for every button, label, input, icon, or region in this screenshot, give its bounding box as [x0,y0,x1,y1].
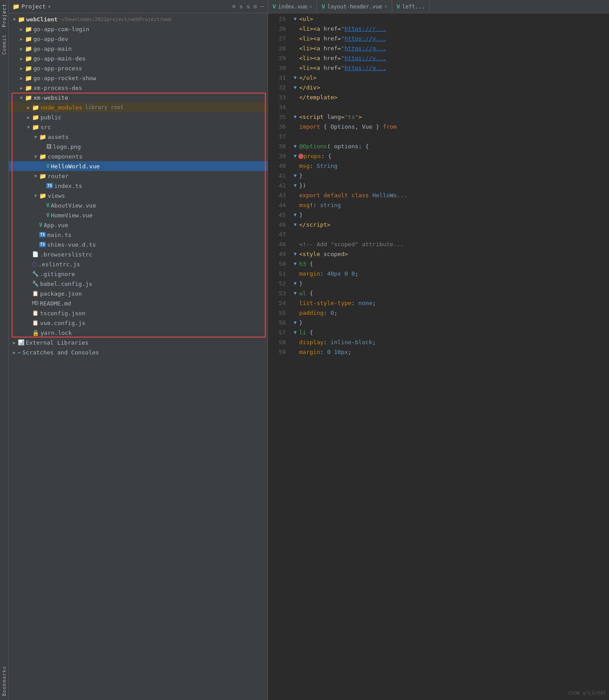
fold-gutter[interactable]: ▼ [291,210,299,220]
root-expand-arrow[interactable]: ▼ [11,17,18,22]
code-line: ▼ <ul> [291,14,609,24]
list-item[interactable]: ▶ 📊 External Libraries [9,338,268,347]
list-item[interactable]: MD README.md [9,298,268,308]
list-item[interactable]: ▶ 📁 xm-process-des [9,83,268,93]
list-item[interactable]: ▼ 📁 views [9,191,268,200]
list-item[interactable]: ▶ 📁 go-app-com-login [9,24,268,34]
list-item[interactable]: ▼ 📁 router [9,171,268,181]
expand-arrow[interactable]: ▼ [32,134,39,139]
expand-arrow[interactable]: ▶ [18,56,25,61]
tab-close-button[interactable]: ✕ [384,4,387,9]
list-item[interactable]: ▶ 📁 public [9,112,268,122]
expand-arrow[interactable]: ▶ [25,105,32,110]
list-item[interactable]: ▶ 📁 go-app-dev [9,34,268,44]
list-item[interactable]: TS main.ts [9,230,268,240]
fold-gutter[interactable]: ▼ [291,73,299,83]
fold-gutter[interactable]: ▼ [291,249,299,259]
list-item[interactable]: 📄 .browserslistrc [9,249,268,259]
fold-gutter[interactable]: ▼ [291,328,299,338]
expand-all-icon[interactable]: ⇅ [247,3,250,10]
minimize-icon[interactable]: ─ [260,3,264,10]
list-item[interactable]: 📋 vue.config.js [9,318,268,328]
list-item[interactable]: ⬡ .eslintrc.js [9,259,268,269]
expand-arrow[interactable]: ▶ [18,37,25,41]
code-line: margin: 40px 0 0; [291,269,609,279]
list-item[interactable]: ▼ 📁 components [9,151,268,161]
code-text: <li><a href="https://v... [299,53,609,63]
code-text: }) [299,181,609,191]
library-root-label: library root [85,104,124,110]
list-item[interactable]: 🔧 babel.config.js [9,279,268,289]
expand-arrow[interactable]: ▶ [18,46,25,51]
list-item[interactable]: ▶ ✏ Scratches and Consoles [9,347,268,357]
expand-arrow[interactable]: ▼ [18,95,25,100]
list-item[interactable]: ▶ 📁 go-app-main [9,44,268,53]
expand-arrow[interactable]: ▼ [25,125,32,130]
list-item[interactable]: ▶ 📁 node_modules library root [9,102,268,112]
file-name: .eslintrc.js [38,261,80,268]
expand-arrow[interactable]: ▶ [11,350,18,355]
expand-arrow[interactable]: ▼ [32,174,39,179]
list-item[interactable]: 🔒 yarn.lock [9,328,268,338]
expand-arrow[interactable]: ▶ [18,85,25,90]
list-item[interactable]: 📋 tsconfig.json [9,308,268,318]
list-item[interactable]: ▶ 📁 go-app-process [9,63,268,73]
sidebar-label-project[interactable]: Project [1,0,7,31]
list-item[interactable]: V HomeView.vue [9,210,268,220]
list-item[interactable]: ▶ 📁 go-app-main-des [9,53,268,63]
code-text: <style scoped> [299,249,609,259]
list-item[interactable]: V AboutView.vue [9,200,268,210]
list-item[interactable]: V App.vue [9,220,268,230]
list-item[interactable]: ▼ 📁 src [9,122,268,132]
tab-layout-header[interactable]: V layout-header.vue ✕ [317,0,392,13]
expand-arrow[interactable]: ▶ [25,115,32,120]
list-item[interactable]: 📋 package.json [9,289,268,298]
code-line: ▼ } [291,171,609,181]
vue-file-icon: V [46,163,49,169]
code-text: list-style-type: none; [299,298,609,308]
ts-file-icon: TS [39,232,46,237]
list-item[interactable]: V HelloWorld.vue [9,161,268,171]
expand-arrow[interactable]: ▶ [11,340,18,345]
sidebar-label-commit[interactable]: Commit [1,31,7,58]
scope-icon[interactable]: ⊕ [232,3,236,10]
file-name: External Libraries [26,339,89,346]
eslint-file-icon: ⬡ [32,261,37,268]
expand-arrow[interactable]: ▶ [18,27,25,32]
fold-gutter[interactable]: ▼ [291,171,299,181]
collapse-all-icon[interactable]: ⇅ [240,3,243,10]
tab-left[interactable]: V left... [392,0,430,13]
fold-gutter[interactable]: ▼ [291,181,299,191]
list-item[interactable]: TS index.ts [9,181,268,191]
list-item[interactable]: ▶ 📁 go-app-rocket-show [9,73,268,83]
list-item[interactable]: TS shims-vue.d.ts [9,240,268,249]
file-name: go-app-main [33,45,72,52]
sidebar-label-bookmarks[interactable]: Bookmarks [1,662,7,700]
fold-gutter[interactable]: ▼ [291,220,299,230]
list-item[interactable]: 🖼 logo.png [9,142,268,151]
list-item[interactable]: ▼ 📁 assets [9,132,268,142]
fold-gutter[interactable]: ▼ [291,289,299,298]
fold-gutter[interactable]: ▼ [291,83,299,93]
fold-gutter[interactable]: ▼ [291,279,299,289]
expand-arrow[interactable]: ▶ [18,66,25,71]
fold-gutter[interactable]: ▼ [291,14,299,24]
tab-index-vue[interactable]: V index.vue ✕ [268,0,317,13]
code-text: padding: 0; [299,308,609,318]
expand-arrow[interactable]: ▶ [18,76,25,81]
panel-title[interactable]: 📁 Project ▾ [12,3,51,10]
fold-gutter[interactable]: ▼ [291,259,299,269]
file-name: main.ts [47,232,72,238]
settings-icon[interactable]: ⚙ [253,3,257,10]
tree-root[interactable]: ▼ 📁 webClient ~/Downloads/2022project/we… [9,14,268,24]
dropdown-arrow[interactable]: ▾ [48,3,51,10]
tab-close-button[interactable]: ✕ [309,4,313,9]
fold-gutter[interactable]: ▼ [291,112,299,122]
expand-arrow[interactable]: ▼ [32,154,39,159]
list-item[interactable]: ▼ 📁 xm-website [9,93,268,102]
fold-gutter[interactable]: ▼ [291,142,299,151]
code-line: ▼ } [291,210,609,220]
fold-gutter[interactable]: ▼ [291,318,299,328]
list-item[interactable]: 🔧 .gitignore [9,269,268,279]
expand-arrow[interactable]: ▼ [32,193,39,198]
